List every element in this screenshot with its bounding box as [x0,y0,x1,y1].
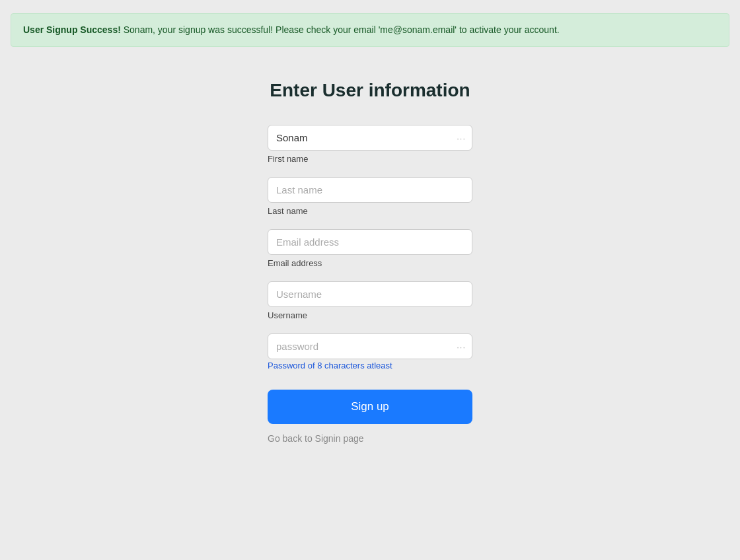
password-input[interactable] [268,333,472,359]
username-input[interactable] [268,281,472,307]
password-field-group: Password of 8 characters atleast [268,333,472,371]
email-input[interactable] [268,229,472,255]
last-name-field-group: Last name [268,177,472,216]
first-name-input-wrapper [268,125,472,151]
form-container: Enter User information First name Last n… [0,60,740,444]
email-label: Email address [268,258,472,268]
banner-message: Sonam, your signup was successful! Pleas… [121,24,560,35]
first-name-label: First name [268,154,472,164]
success-banner: User Signup Success! Sonam, your signup … [11,13,729,47]
email-field-group: Email address [268,229,472,268]
back-to-signin-link[interactable]: Go back to Signin page [268,433,472,444]
password-hint: Password of 8 characters atleast [268,361,392,370]
email-input-wrapper [268,229,472,255]
first-name-input[interactable] [268,125,472,151]
signup-button[interactable]: Sign up [268,390,472,424]
page-title: Enter User information [270,80,470,101]
password-input-wrapper [268,333,472,359]
first-name-field-group: First name [268,125,472,164]
last-name-input[interactable] [268,177,472,203]
username-field-group: Username [268,281,472,320]
username-input-wrapper [268,281,472,307]
username-label: Username [268,310,472,320]
signup-form: First name Last name Email address Usern… [268,125,472,444]
banner-bold: User Signup Success! [23,24,121,35]
last-name-input-wrapper [268,177,472,203]
last-name-label: Last name [268,206,472,216]
